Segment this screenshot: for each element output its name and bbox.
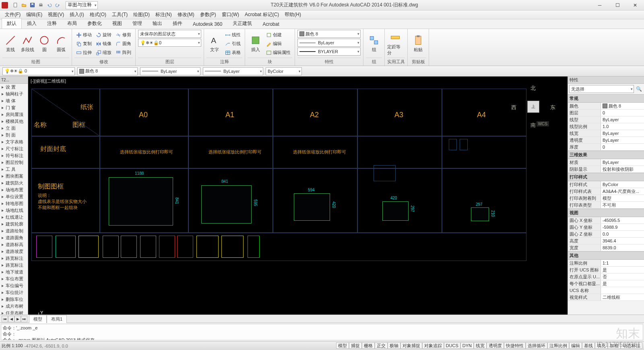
- status-toggle[interactable]: 基线: [582, 342, 595, 349]
- text-button[interactable]: A文字: [206, 31, 223, 57]
- status-toggle[interactable]: 对象捕捉: [400, 342, 422, 349]
- property-row[interactable]: 视觉样式二维线框: [568, 294, 644, 301]
- palette-item[interactable]: 设 置: [0, 84, 28, 91]
- palette-item[interactable]: 删除车位: [0, 296, 28, 303]
- palette-item[interactable]: 图块图案: [0, 173, 28, 180]
- paste-button[interactable]: 粘贴: [410, 31, 426, 57]
- close-button[interactable]: ✕: [626, 0, 644, 10]
- status-toggle[interactable]: 快捷特性: [504, 342, 526, 349]
- leader-button[interactable]: 引线: [223, 39, 242, 48]
- command-history[interactable]: 命令：'_.zoom _e 命令： 命令：_qsave 图形以 AutoCAD …: [1, 324, 643, 340]
- palette-item[interactable]: 立 面: [0, 125, 28, 132]
- status-toggle[interactable]: DYN: [460, 342, 474, 349]
- palette-item[interactable]: 路宽标注: [0, 255, 28, 262]
- menu-tools[interactable]: 工具(T): [109, 10, 130, 19]
- property-row[interactable]: 打印样式表A3&A4-尺度商业...: [568, 188, 644, 195]
- minimize-button[interactable]: ─: [591, 0, 609, 10]
- menu-format[interactable]: 格式(O): [87, 10, 109, 19]
- palette-item[interactable]: 道路坡度: [0, 248, 28, 255]
- tab-view[interactable]: 视图: [107, 18, 127, 29]
- palette-item[interactable]: 转地形图: [0, 200, 28, 207]
- property-row[interactable]: 颜色颜色 8: [568, 103, 644, 110]
- palette-item[interactable]: 车位布置: [0, 275, 28, 282]
- workspace-selector[interactable]: 草图与注释: [66, 1, 98, 9]
- menu-draw[interactable]: 绘图(D): [131, 10, 152, 19]
- property-row[interactable]: 打印表类型不可用: [568, 202, 644, 209]
- move-button[interactable]: 移动: [74, 31, 93, 39]
- maximize-button[interactable]: ☐: [609, 0, 626, 10]
- toolbar-plotstyle-combo[interactable]: ByColor: [266, 67, 302, 75]
- property-row[interactable]: 宽度8839.0: [568, 244, 644, 251]
- tab-layout[interactable]: 布局: [62, 18, 82, 29]
- menu-dim[interactable]: 标注(N): [153, 10, 174, 19]
- tab-annot[interactable]: 注释: [42, 18, 62, 29]
- status-toggle[interactable]: 栅格: [362, 342, 375, 349]
- property-row[interactable]: 线型ByLayer: [568, 116, 644, 123]
- qat-print-icon[interactable]: [37, 1, 45, 9]
- property-row[interactable]: 线型比例1.0: [568, 123, 644, 130]
- palette-item[interactable]: 车位统计: [0, 289, 28, 296]
- copy-button[interactable]: 复制: [74, 39, 93, 48]
- palette-item[interactable]: 道路圆角: [0, 234, 28, 241]
- palette-item[interactable]: 车位编号: [0, 282, 28, 289]
- layer-combo[interactable]: 💡❄☀🔒 0: [138, 39, 201, 47]
- palette-item[interactable]: 门 窗: [0, 104, 28, 111]
- status-toggle[interactable]: 对象追踪: [422, 342, 444, 349]
- toolbar-layer-combo[interactable]: 💡❄☀🔒 0: [2, 67, 75, 75]
- viewport-label[interactable]: [-][俯视][二维线框]: [31, 78, 66, 84]
- array-button[interactable]: 阵列: [114, 48, 133, 57]
- property-row[interactable]: 透明度ByLayer: [568, 137, 644, 144]
- menu-view[interactable]: 视图(V): [45, 10, 66, 19]
- menu-acrobat[interactable]: Acrobat 标记(C): [242, 10, 281, 19]
- tab-output[interactable]: 输出: [147, 18, 167, 29]
- measure-button[interactable]: 定距等分: [387, 31, 403, 57]
- tab-acrobat[interactable]: Acrobat: [257, 19, 284, 29]
- tab-nav-next[interactable]: ▶: [14, 316, 21, 322]
- tab-insert[interactable]: 插入: [22, 18, 42, 29]
- toolbar-lineweight-combo[interactable]: ByLayer: [203, 67, 263, 75]
- quickselect-icon[interactable]: 🔍: [635, 85, 643, 93]
- palette-item[interactable]: 地下坡道: [0, 269, 28, 275]
- property-row[interactable]: 打开 UCS 图标是: [568, 267, 644, 273]
- tab-nav-prev[interactable]: ◀: [8, 316, 14, 322]
- qat-open-icon[interactable]: [20, 1, 28, 9]
- palette-item[interactable]: 道路标高: [0, 241, 28, 248]
- status-toggle[interactable]: 注释比例: [547, 342, 569, 349]
- tab-nav-first[interactable]: ⏮: [2, 316, 8, 322]
- palette-item[interactable]: 轴网柱子: [0, 91, 28, 97]
- tab-nav-last[interactable]: ⏭: [21, 316, 27, 322]
- create-block-button[interactable]: 创建: [264, 31, 292, 39]
- status-toggle[interactable]: 动态标注: [621, 342, 642, 349]
- color-combo[interactable]: 颜色 8: [297, 30, 361, 38]
- status-toggle[interactable]: 模型: [336, 342, 349, 349]
- property-row[interactable]: 在原点显示 U...否: [568, 273, 644, 280]
- menu-window[interactable]: 窗口(W): [219, 10, 242, 19]
- scale-display[interactable]: 比例 1:100: [2, 343, 23, 349]
- status-toggle[interactable]: DUCS: [444, 342, 460, 349]
- toolbar-color-combo[interactable]: 颜色 8: [77, 67, 138, 75]
- property-row[interactable]: 每个视口都显...是: [568, 280, 644, 287]
- property-row[interactable]: 材质ByLayer: [568, 159, 644, 166]
- property-row[interactable]: 图层0: [568, 110, 644, 116]
- palette-item[interactable]: 图层控制: [0, 159, 28, 166]
- group-button[interactable]: 组: [366, 31, 382, 57]
- palette-item[interactable]: 场地布置: [0, 186, 28, 193]
- property-row[interactable]: UCS 名称: [568, 287, 644, 294]
- palette-item[interactable]: 建筑防火: [0, 180, 28, 186]
- status-toggle[interactable]: 填充: [595, 342, 608, 349]
- qat-save-icon[interactable]: [28, 1, 36, 9]
- property-row[interactable]: 打印样式ByColor: [568, 181, 644, 188]
- property-row[interactable]: 圆心 Y 坐标-5988.9: [568, 224, 644, 231]
- linear-dim-button[interactable]: 线性: [223, 31, 242, 39]
- fillet-button[interactable]: 圆角: [114, 39, 133, 48]
- menu-help[interactable]: 帮助(H): [282, 10, 303, 19]
- arc-button[interactable]: 圆弧: [53, 31, 69, 57]
- tab-tangent[interactable]: 天正建筑: [227, 18, 257, 29]
- menu-file[interactable]: 文件(F): [2, 10, 23, 19]
- status-toggle[interactable]: 极轴: [388, 342, 400, 349]
- tab-param[interactable]: 参数化: [82, 18, 107, 29]
- palette-item[interactable]: 成片布树: [0, 303, 28, 310]
- status-toggle[interactable]: 线宽: [474, 342, 487, 349]
- palette-item[interactable]: 楼梯其他: [0, 118, 28, 125]
- property-row[interactable]: 线宽ByLayer: [568, 130, 644, 137]
